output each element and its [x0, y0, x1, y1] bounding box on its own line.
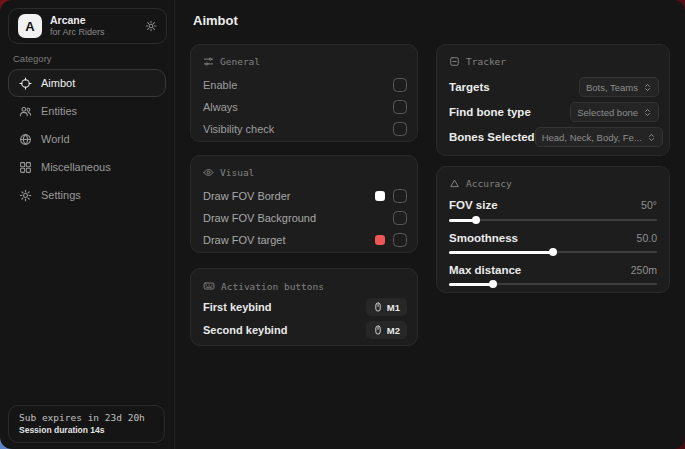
slider-thumb[interactable] — [549, 248, 557, 256]
keybind-value: M1 — [387, 302, 400, 313]
keybind-value: M2 — [387, 325, 400, 336]
smoothness-row: Smoothness 50.0 — [449, 231, 657, 245]
visual-section-card: Visual Draw FOV Border Draw FOV Backgrou… — [190, 155, 418, 253]
chevrons-up-down-icon — [643, 108, 652, 117]
app-subtitle: for Arc Riders — [50, 27, 105, 38]
triangle-icon — [449, 178, 460, 189]
general-row-always: Always — [203, 99, 407, 115]
app-logo-letter: A — [25, 19, 34, 34]
accuracy-section-title: Accuracy — [466, 178, 512, 189]
general-section-title: General — [220, 56, 260, 67]
row-label: Draw FOV Border — [203, 190, 290, 202]
row-label: Find bone type — [449, 106, 531, 118]
activation-section-header: Activation buttons — [203, 280, 324, 292]
visual-section-title: Visual — [220, 167, 254, 178]
row-label: Second keybind — [203, 324, 287, 336]
fov-border-checkbox[interactable] — [393, 189, 407, 203]
sidebar-item-label: Aimbot — [41, 77, 75, 89]
globe-icon — [19, 133, 32, 146]
row-label: Visibility check — [203, 123, 274, 135]
fov-size-value: 50° — [641, 199, 657, 211]
app-header-card: A Arcane for Arc Riders — [8, 8, 167, 44]
visual-row-fov-target: Draw FOV target — [203, 232, 407, 248]
visual-row-fov-border: Draw FOV Border — [203, 188, 407, 204]
row-label: Draw FOV target — [203, 234, 286, 246]
row-label: Bones Selected — [449, 131, 535, 143]
subscription-expiry-text: Sub expires in 23d 20h — [19, 412, 154, 423]
visual-row-fov-background: Draw FOV Background — [203, 210, 407, 226]
tracker-section-header: Tracker — [449, 56, 506, 67]
app-name: Arcane — [50, 14, 105, 27]
sidebar-item-settings[interactable]: Settings — [8, 181, 166, 209]
chevrons-up-down-icon — [647, 133, 656, 142]
row-label: Smoothness — [449, 232, 518, 244]
activation-section-card: Activation buttons First keybind M1 Seco… — [190, 268, 418, 346]
visibility-check-checkbox[interactable] — [393, 122, 407, 136]
find-bone-type-select[interactable]: Selected bone — [570, 102, 659, 122]
sidebar-item-world[interactable]: World — [8, 125, 166, 153]
row-label: Always — [203, 101, 238, 113]
slider-track[interactable] — [449, 219, 657, 221]
desktop: { "app": { "logo_letter": "A", "name": "… — [0, 0, 685, 449]
always-checkbox[interactable] — [393, 100, 407, 114]
fov-border-color-swatch[interactable] — [375, 191, 385, 201]
grid-icon — [19, 161, 32, 174]
row-label: Enable — [203, 79, 237, 91]
sidebar: A Arcane for Arc Riders Category — [0, 0, 175, 449]
settings-gear-icon[interactable] — [145, 20, 157, 32]
activation-section-title: Activation buttons — [221, 281, 324, 292]
targets-select[interactable]: Bots, Teams — [579, 77, 659, 97]
accuracy-section-header: Accuracy — [449, 178, 512, 189]
accuracy-section-card: Accuracy FOV size 50° Smoothness 50.0 — [436, 166, 670, 293]
crosshair-icon — [19, 77, 32, 90]
fov-target-checkbox[interactable] — [393, 233, 407, 247]
sidebar-nav: Aimbot Entities World — [8, 69, 166, 209]
app-logo: A — [18, 14, 42, 38]
general-row-enable: Enable — [203, 77, 407, 93]
activation-row-first-keybind: First keybind M1 — [203, 298, 407, 316]
select-value: Head, Neck, Body, Fe... — [542, 132, 642, 143]
fov-size-row: FOV size 50° — [449, 198, 657, 212]
general-row-visibility-check: Visibility check — [203, 121, 407, 137]
enable-checkbox[interactable] — [393, 78, 407, 92]
slider-thumb[interactable] — [472, 216, 480, 224]
sidebar-item-miscellaneous[interactable]: Miscellaneous — [8, 153, 166, 181]
max-distance-slider[interactable] — [449, 280, 657, 288]
general-section-card: General Enable Always Visibility check — [190, 44, 418, 142]
select-value: Bots, Teams — [586, 82, 638, 93]
subscription-info-card: Sub expires in 23d 20h Session duration … — [8, 405, 165, 443]
tracker-row-bones-selected: Bones Selected Head, Neck, Body, Fe... — [449, 127, 659, 147]
row-label: First keybind — [203, 301, 271, 313]
activation-row-second-keybind: Second keybind M2 — [203, 321, 407, 339]
row-label: Targets — [449, 81, 490, 93]
fov-target-color-swatch[interactable] — [375, 235, 385, 245]
sidebar-item-entities[interactable]: Entities — [8, 97, 166, 125]
first-keybind-button[interactable]: M1 — [366, 298, 407, 316]
sliders-icon — [203, 56, 214, 67]
bones-selected-select[interactable]: Head, Neck, Body, Fe... — [535, 127, 663, 147]
smoothness-value: 50.0 — [637, 232, 657, 244]
fov-size-slider[interactable] — [449, 216, 657, 224]
app-meta: Arcane for Arc Riders — [50, 14, 105, 38]
mouse-icon — [373, 325, 383, 335]
page-title: Aimbot — [193, 13, 238, 28]
row-label: Max distance — [449, 264, 521, 276]
slider-thumb[interactable] — [489, 280, 497, 288]
slider-fill — [449, 251, 553, 254]
session-duration-text: Session duration 14s — [19, 425, 154, 435]
smoothness-slider[interactable] — [449, 248, 657, 256]
users-icon — [19, 105, 32, 118]
fov-background-checkbox[interactable] — [393, 211, 407, 225]
tracker-row-find-bone-type: Find bone type Selected bone — [449, 102, 659, 122]
sidebar-item-aimbot[interactable]: Aimbot — [8, 69, 166, 97]
main-content: Aimbot General Enable Always Visibili — [175, 0, 685, 449]
gear-icon — [19, 189, 32, 202]
second-keybind-button[interactable]: M2 — [366, 321, 407, 339]
tracker-row-targets: Targets Bots, Teams — [449, 77, 659, 97]
app-window: A Arcane for Arc Riders Category — [0, 0, 685, 449]
tracker-section-title: Tracker — [466, 56, 506, 67]
select-value: Selected bone — [577, 107, 638, 118]
scan-icon — [449, 56, 460, 67]
sidebar-item-label: Settings — [41, 189, 81, 201]
max-distance-value: 250m — [631, 264, 657, 276]
